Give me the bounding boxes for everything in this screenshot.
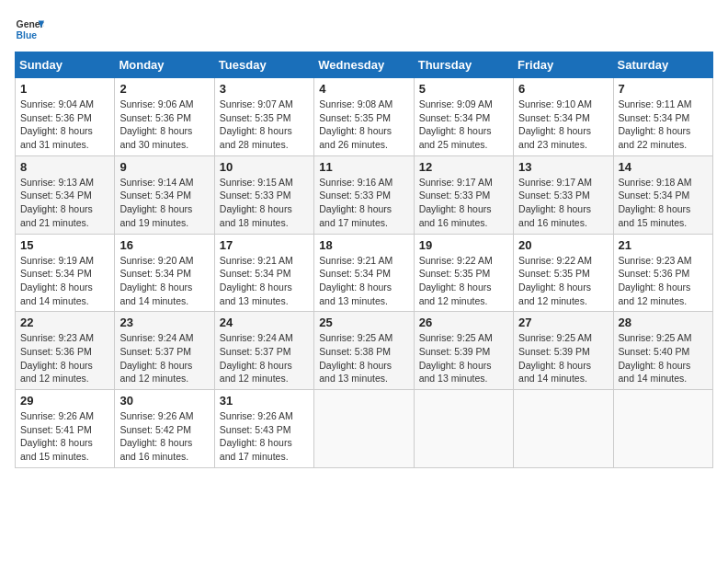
day-info: Sunrise: 9:20 AM Sunset: 5:34 PM Dayligh… (119, 254, 209, 308)
day-info: Sunrise: 9:24 AM Sunset: 5:37 PM Dayligh… (119, 331, 209, 385)
day-info: Sunrise: 9:19 AM Sunset: 5:34 PM Dayligh… (20, 254, 109, 308)
week-row-2: 8 Sunrise: 9:13 AM Sunset: 5:34 PM Dayli… (16, 155, 713, 234)
day-info: Sunrise: 9:25 AM Sunset: 5:39 PM Dayligh… (419, 331, 508, 385)
day-number: 24 (220, 316, 309, 329)
day-info: Sunrise: 9:08 AM Sunset: 5:35 PM Dayligh… (319, 98, 408, 152)
day-cell: 31 Sunrise: 9:26 AM Sunset: 5:43 PM Dayl… (214, 390, 313, 468)
day-cell: 24 Sunrise: 9:24 AM Sunset: 5:37 PM Dayl… (214, 312, 313, 390)
day-number: 16 (119, 238, 209, 252)
day-cell: 3 Sunrise: 9:07 AM Sunset: 5:35 PM Dayli… (214, 78, 313, 156)
day-cell: 21 Sunrise: 9:23 AM Sunset: 5:36 PM Dayl… (613, 234, 712, 312)
day-cell: 23 Sunrise: 9:24 AM Sunset: 5:37 PM Dayl… (115, 312, 214, 390)
day-number: 7 (619, 82, 708, 96)
page-header: General Blue (15, 15, 713, 44)
day-cell: 17 Sunrise: 9:21 AM Sunset: 5:34 PM Dayl… (214, 234, 313, 312)
day-cell: 25 Sunrise: 9:25 AM Sunset: 5:38 PM Dayl… (314, 312, 414, 390)
day-number: 21 (619, 238, 708, 252)
week-row-4: 22 Sunrise: 9:23 AM Sunset: 5:36 PM Dayl… (16, 312, 713, 390)
day-info: Sunrise: 9:07 AM Sunset: 5:35 PM Dayligh… (220, 98, 309, 152)
day-info: Sunrise: 9:16 AM Sunset: 5:33 PM Dayligh… (319, 176, 408, 230)
day-number: 31 (220, 394, 309, 408)
day-cell: 6 Sunrise: 9:10 AM Sunset: 5:34 PM Dayli… (514, 78, 613, 156)
day-cell: 16 Sunrise: 9:20 AM Sunset: 5:34 PM Dayl… (115, 234, 214, 312)
day-number: 27 (518, 316, 608, 329)
day-number: 11 (319, 160, 408, 174)
day-number: 29 (20, 394, 109, 408)
day-number: 5 (419, 82, 508, 96)
svg-text:Blue: Blue (17, 30, 38, 40)
week-row-3: 15 Sunrise: 9:19 AM Sunset: 5:34 PM Dayl… (16, 234, 713, 312)
day-info: Sunrise: 9:24 AM Sunset: 5:37 PM Dayligh… (220, 331, 309, 385)
day-cell: 10 Sunrise: 9:15 AM Sunset: 5:33 PM Dayl… (214, 155, 313, 234)
day-info: Sunrise: 9:15 AM Sunset: 5:33 PM Dayligh… (220, 176, 309, 230)
day-number: 6 (518, 82, 608, 96)
day-number: 15 (20, 238, 109, 252)
day-cell: 28 Sunrise: 9:25 AM Sunset: 5:40 PM Dayl… (613, 312, 712, 390)
day-info: Sunrise: 9:22 AM Sunset: 5:35 PM Dayligh… (419, 254, 508, 308)
day-info: Sunrise: 9:17 AM Sunset: 5:33 PM Dayligh… (518, 176, 608, 230)
weekday-tuesday: Tuesday (214, 52, 313, 78)
day-info: Sunrise: 9:21 AM Sunset: 5:34 PM Dayligh… (220, 254, 309, 308)
day-cell: 13 Sunrise: 9:17 AM Sunset: 5:33 PM Dayl… (514, 155, 613, 234)
weekday-friday: Friday (514, 52, 613, 78)
weekday-header-row: SundayMondayTuesdayWednesdayThursdayFrid… (16, 52, 713, 78)
day-number: 25 (319, 316, 408, 329)
day-number: 18 (319, 238, 408, 252)
day-cell: 7 Sunrise: 9:11 AM Sunset: 5:34 PM Dayli… (613, 78, 712, 156)
day-cell (414, 390, 513, 468)
day-info: Sunrise: 9:26 AM Sunset: 5:43 PM Dayligh… (220, 409, 309, 464)
day-number: 9 (119, 160, 209, 174)
day-number: 12 (419, 160, 508, 174)
day-number: 13 (518, 160, 608, 174)
logo: General Blue (15, 15, 44, 44)
day-info: Sunrise: 9:17 AM Sunset: 5:33 PM Dayligh… (419, 176, 508, 230)
day-cell: 19 Sunrise: 9:22 AM Sunset: 5:35 PM Dayl… (414, 234, 513, 312)
day-number: 20 (518, 238, 608, 252)
day-info: Sunrise: 9:23 AM Sunset: 5:36 PM Dayligh… (20, 331, 109, 385)
day-info: Sunrise: 9:26 AM Sunset: 5:42 PM Dayligh… (119, 409, 209, 464)
day-cell: 22 Sunrise: 9:23 AM Sunset: 5:36 PM Dayl… (16, 312, 115, 390)
day-number: 26 (419, 316, 508, 329)
day-number: 28 (619, 316, 708, 329)
day-info: Sunrise: 9:04 AM Sunset: 5:36 PM Dayligh… (20, 98, 109, 152)
day-number: 8 (20, 160, 109, 174)
day-cell: 20 Sunrise: 9:22 AM Sunset: 5:35 PM Dayl… (514, 234, 613, 312)
day-cell: 5 Sunrise: 9:09 AM Sunset: 5:34 PM Dayli… (414, 78, 513, 156)
day-info: Sunrise: 9:14 AM Sunset: 5:34 PM Dayligh… (119, 176, 209, 230)
day-cell: 18 Sunrise: 9:21 AM Sunset: 5:34 PM Dayl… (314, 234, 414, 312)
day-info: Sunrise: 9:09 AM Sunset: 5:34 PM Dayligh… (419, 98, 508, 152)
day-info: Sunrise: 9:21 AM Sunset: 5:34 PM Dayligh… (319, 254, 408, 308)
day-cell: 29 Sunrise: 9:26 AM Sunset: 5:41 PM Dayl… (16, 390, 115, 468)
day-number: 30 (119, 394, 209, 408)
day-number: 10 (220, 160, 309, 174)
day-info: Sunrise: 9:10 AM Sunset: 5:34 PM Dayligh… (518, 98, 608, 152)
day-cell: 15 Sunrise: 9:19 AM Sunset: 5:34 PM Dayl… (16, 234, 115, 312)
day-cell: 1 Sunrise: 9:04 AM Sunset: 5:36 PM Dayli… (16, 78, 115, 156)
day-number: 1 (20, 82, 109, 96)
day-info: Sunrise: 9:25 AM Sunset: 5:39 PM Dayligh… (518, 331, 608, 385)
day-number: 14 (619, 160, 708, 174)
logo-icon: General Blue (15, 15, 44, 44)
day-cell: 2 Sunrise: 9:06 AM Sunset: 5:36 PM Dayli… (115, 78, 214, 156)
day-number: 3 (220, 82, 309, 96)
day-cell: 9 Sunrise: 9:14 AM Sunset: 5:34 PM Dayli… (115, 155, 214, 234)
day-info: Sunrise: 9:13 AM Sunset: 5:34 PM Dayligh… (20, 176, 109, 230)
day-info: Sunrise: 9:06 AM Sunset: 5:36 PM Dayligh… (119, 98, 209, 152)
day-cell: 14 Sunrise: 9:18 AM Sunset: 5:34 PM Dayl… (613, 155, 712, 234)
day-info: Sunrise: 9:25 AM Sunset: 5:40 PM Dayligh… (619, 331, 708, 385)
day-number: 19 (419, 238, 508, 252)
weekday-saturday: Saturday (613, 52, 712, 78)
day-number: 2 (119, 82, 209, 96)
weekday-thursday: Thursday (414, 52, 513, 78)
day-number: 22 (20, 316, 109, 329)
day-info: Sunrise: 9:11 AM Sunset: 5:34 PM Dayligh… (619, 98, 708, 152)
day-cell (613, 390, 712, 468)
day-cell: 30 Sunrise: 9:26 AM Sunset: 5:42 PM Dayl… (115, 390, 214, 468)
day-number: 23 (119, 316, 209, 329)
day-info: Sunrise: 9:26 AM Sunset: 5:41 PM Dayligh… (20, 409, 109, 464)
day-info: Sunrise: 9:22 AM Sunset: 5:35 PM Dayligh… (518, 254, 608, 308)
day-info: Sunrise: 9:25 AM Sunset: 5:38 PM Dayligh… (319, 331, 408, 385)
day-number: 17 (220, 238, 309, 252)
day-cell: 4 Sunrise: 9:08 AM Sunset: 5:35 PM Dayli… (314, 78, 414, 156)
day-cell (314, 390, 414, 468)
